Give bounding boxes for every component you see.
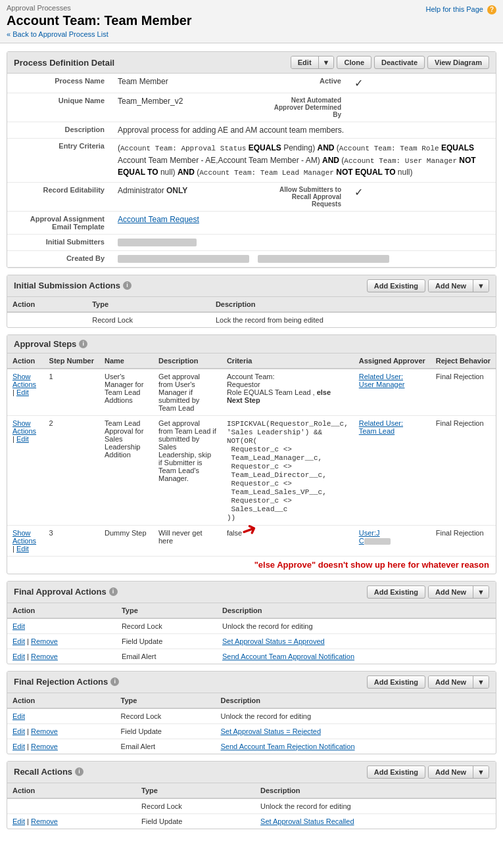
step3-show-actions-link[interactable]: Show Actions: [12, 529, 36, 545]
ra-edit-2[interactable]: Edit: [12, 817, 25, 825]
approval-steps-info-icon[interactable]: i: [79, 340, 87, 348]
allow-recall-label: Allow Submitters toRecall ApprovalReques…: [244, 182, 349, 211]
final-rejection-info-icon[interactable]: i: [110, 677, 119, 686]
email-template-link[interactable]: Account Team Request: [118, 215, 199, 224]
process-definition-title: Process Definition Detail: [14, 58, 114, 68]
initial-add-existing-button[interactable]: Add Existing: [367, 279, 425, 292]
step2-number: 2: [44, 415, 99, 525]
entry-criteria-value: (Account Team: Approval Status EQUALS Pe…: [112, 139, 496, 183]
help-icon: ?: [487, 5, 496, 14]
fa-remove-2[interactable]: Remove: [31, 637, 58, 645]
step2-edit-link[interactable]: Edit: [16, 435, 29, 443]
fr-desc-link-3[interactable]: Send Account Team Rejection Notification: [221, 742, 355, 750]
description-row: Description Approval process for adding …: [7, 122, 496, 139]
initial-add-new-arrow[interactable]: ▼: [473, 280, 489, 292]
fa-type-2: Field Update: [116, 633, 217, 649]
initial-add-new-button[interactable]: Add New: [429, 280, 473, 292]
fa-desc-link-2[interactable]: Set Approval Status = Approved: [222, 637, 325, 645]
final-approval-add-existing-button[interactable]: Add Existing: [367, 585, 425, 599]
step1-show-actions-link[interactable]: Show Actions: [12, 373, 36, 388]
final-rejection-add-existing-button[interactable]: Add Existing: [367, 675, 425, 689]
col-description: Description: [217, 603, 496, 618]
final-rejection-row-3: Edit | Remove Email Alert Send Account T…: [7, 739, 496, 754]
step2-approver-link[interactable]: Related User:Team Lead: [359, 419, 403, 435]
active-value: ✓: [349, 74, 496, 93]
deactivate-button[interactable]: Deactivate: [374, 56, 425, 69]
fr-desc-link-2[interactable]: Set Approval Status = Rejected: [221, 727, 322, 735]
fa-edit-3[interactable]: Edit: [12, 652, 25, 660]
step1-description: Get approval from User's Manager if subm…: [153, 369, 222, 416]
recall-add-new-button[interactable]: Add New: [429, 766, 473, 778]
initial-submission-table: Action Type Description Record Lock Lock…: [7, 297, 496, 327]
initial-submission-info-icon[interactable]: i: [123, 281, 132, 290]
col-step-number: Step Number: [44, 354, 99, 369]
initial-submission-actions: Add Existing Add New ▼: [367, 279, 489, 292]
final-approval-info-icon[interactable]: i: [109, 587, 118, 596]
recall-add-new-group: Add New ▼: [428, 765, 489, 779]
final-approval-add-new-arrow[interactable]: ▼: [473, 586, 489, 598]
recall-add-existing-button[interactable]: Add Existing: [367, 765, 425, 779]
final-rejection-add-new-button[interactable]: Add New: [429, 676, 473, 688]
process-definition-header: Process Definition Detail Edit ▼ Clone D…: [7, 52, 496, 74]
step1-approver: Related User:User Manager: [354, 369, 431, 416]
edit-button[interactable]: Edit: [291, 57, 319, 68]
approval-step-row-1: Show Actions | Edit 1 User's Manager for…: [7, 369, 496, 416]
col-action: Action: [7, 693, 116, 708]
fa-edit-2[interactable]: Edit: [12, 637, 25, 645]
approval-steps-table: Action Step Number Name Description Crit…: [7, 354, 496, 557]
initial-submission-section: Initial Submission Actions i Add Existin…: [7, 275, 496, 328]
recall-add-new-arrow[interactable]: ▼: [473, 766, 489, 778]
col-type: Type: [116, 603, 217, 618]
edit-dropdown-arrow[interactable]: ▼: [319, 57, 334, 68]
unique-name-value: Team_Member_v2: [112, 93, 244, 122]
col-type: Type: [136, 783, 255, 798]
final-rejection-row-2: Edit | Remove Field Update Set Approval …: [7, 723, 496, 739]
ra-remove-2[interactable]: Remove: [31, 817, 58, 825]
fr-edit-1[interactable]: Edit: [12, 712, 25, 720]
process-definition-section: Process Definition Detail Edit ▼ Clone D…: [7, 51, 496, 268]
step1-edit-link[interactable]: Edit: [16, 388, 29, 396]
step2-show-actions-link[interactable]: Show Actions: [12, 419, 36, 435]
clone-button[interactable]: Clone: [337, 56, 371, 69]
step2-name: Team Lead Approval for Sales Leadership …: [99, 415, 153, 525]
entry-criteria-row: Entry Criteria (Account Team: Approval S…: [7, 139, 496, 183]
ra-desc-link-2[interactable]: Set Approval Status Recalled: [260, 817, 354, 825]
step1-approver-link[interactable]: Related User:User Manager: [359, 373, 405, 388]
final-approval-header: Final Approval Actions i Add Existing Ad…: [7, 582, 496, 603]
annotation-text: "else Approve" doesn't show up here for …: [7, 557, 496, 574]
final-approval-title: Final Approval Actions i: [14, 587, 118, 597]
email-template-value: Account Team Request: [112, 211, 496, 234]
final-rejection-add-new-arrow[interactable]: ▼: [473, 676, 489, 688]
final-rejection-title: Final Rejection Actions i: [14, 677, 119, 687]
fa-type-1: Record Lock: [116, 618, 217, 634]
description-value: Approval process for adding AE and AM ac…: [112, 122, 496, 139]
initial-submission-title-text: Initial Submission Actions: [14, 281, 120, 290]
final-approval-header-row: Action Type Description: [7, 603, 496, 618]
created-by-label: Created By: [7, 250, 112, 267]
page-header: Help for this Page ? Approval Processes …: [0, 0, 503, 43]
ra-type-2: Field Update: [136, 813, 255, 829]
final-approval-row-1: Edit Record Lock Unlock the record for e…: [7, 618, 496, 634]
fr-remove-3[interactable]: Remove: [31, 742, 58, 750]
fr-edit-2[interactable]: Edit: [12, 727, 25, 735]
help-link[interactable]: Help for this Page ?: [426, 5, 497, 14]
fr-edit-3[interactable]: Edit: [12, 742, 25, 750]
record-editability-label: Record Editability: [7, 182, 112, 211]
fr-action-2: Edit | Remove: [7, 723, 116, 739]
fa-remove-3[interactable]: Remove: [31, 652, 58, 660]
initial-submitters-blurred: [118, 239, 197, 246]
step3-approver-link[interactable]: User:JC: [359, 529, 391, 545]
fr-remove-2[interactable]: Remove: [31, 727, 58, 735]
step3-edit-link[interactable]: Edit: [16, 545, 29, 553]
process-definition-actions: Edit ▼ Clone Deactivate View Diagram: [291, 56, 489, 69]
back-to-list-link[interactable]: « Back to Approval Process List: [7, 30, 108, 38]
col-type: Type: [116, 693, 216, 708]
fa-desc-link-3[interactable]: Send Account Team Approval Notification: [222, 652, 354, 660]
final-approval-add-new-button[interactable]: Add New: [429, 586, 473, 598]
created-by-row: Created By: [7, 250, 496, 267]
fa-desc-3: Send Account Team Approval Notification: [217, 649, 496, 664]
view-diagram-button[interactable]: View Diagram: [427, 56, 489, 69]
recall-actions-info-icon[interactable]: i: [75, 767, 84, 776]
fa-edit-1[interactable]: Edit: [12, 622, 25, 630]
initial-submitters-row: Initial Submitters: [7, 234, 496, 250]
